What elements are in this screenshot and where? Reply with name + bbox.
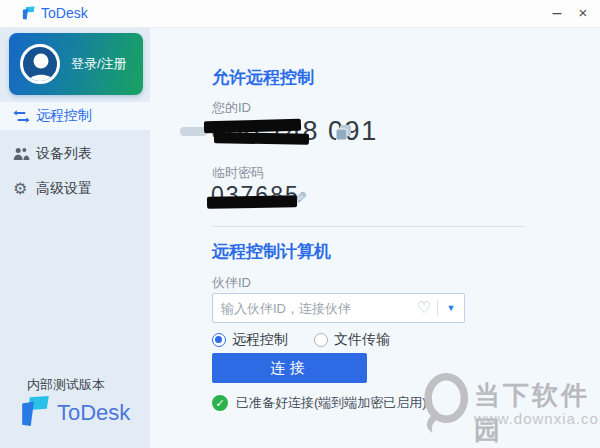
title-bar: ToDesk – ×: [0, 0, 600, 28]
brand-name: ToDesk: [57, 400, 130, 426]
todesk-window: ToDesk – × 登录/注册 远程控制: [0, 0, 600, 448]
favorite-heart-icon[interactable]: ♡: [417, 300, 431, 316]
gear-icon: ⚙: [13, 181, 35, 197]
sidebar-item-label: 设备列表: [36, 145, 92, 163]
history-dropdown-icon[interactable]: ▼: [438, 303, 464, 313]
window-title: ToDesk: [41, 0, 88, 27]
redaction-bar: [204, 119, 301, 134]
partner-id-input[interactable]: [213, 301, 417, 316]
connection-mode-row: 远程控制 文件传输: [212, 331, 390, 349]
radio-file-transfer[interactable]: [314, 333, 328, 347]
sidebar-item-remote-control[interactable]: 远程控制: [0, 102, 150, 130]
copy-id-icon[interactable]: [335, 124, 353, 146]
your-id-label: 您的ID: [212, 99, 251, 117]
allow-remote-title: 允许远程控制: [212, 66, 314, 89]
redaction-bar: [180, 127, 207, 136]
devices-people-icon: [13, 147, 35, 161]
todesk-brand-icon: [17, 395, 53, 431]
section-divider: [212, 226, 525, 227]
swap-arrows-icon: [13, 110, 35, 123]
remote-control-title: 远程控制计算机: [212, 240, 331, 263]
sidebar-item-label: 高级设置: [36, 180, 92, 198]
radio-remote-control-label: 远程控制: [232, 331, 288, 349]
status-row: ✓ 已准备好连接(端到端加密已启用): [212, 394, 427, 412]
connect-button[interactable]: 连接: [212, 353, 367, 383]
partner-id-field: ♡ ▼: [212, 293, 465, 323]
ready-check-icon: ✓: [212, 395, 228, 411]
sidebar: 登录/注册 远程控制 设备列表: [0, 28, 150, 448]
redaction-bar: [214, 132, 309, 145]
watermark-logo-icon: [420, 371, 470, 439]
avatar: [20, 44, 60, 84]
sidebar-item-device-list[interactable]: 设备列表: [0, 140, 150, 168]
login-register-label: 登录/注册: [71, 33, 127, 95]
login-register-button[interactable]: 登录/注册: [9, 33, 143, 95]
status-text: 已准备好连接(端到端加密已启用): [236, 394, 427, 412]
partner-id-label: 伙伴ID: [212, 274, 251, 292]
watermark-site-url: www.downxia.com: [474, 410, 600, 427]
sidebar-item-label: 远程控制: [36, 107, 92, 125]
sidebar-item-advanced-settings[interactable]: ⚙ 高级设置: [0, 175, 150, 203]
radio-remote-control[interactable]: [212, 333, 226, 347]
todesk-logo-icon: [21, 6, 36, 24]
close-button[interactable]: ×: [568, 0, 598, 27]
redaction-bar: [207, 195, 297, 209]
temp-password-label: 临时密码: [212, 164, 264, 182]
radio-file-transfer-label: 文件传输: [334, 331, 390, 349]
version-note: 内部测试版本: [27, 376, 105, 394]
